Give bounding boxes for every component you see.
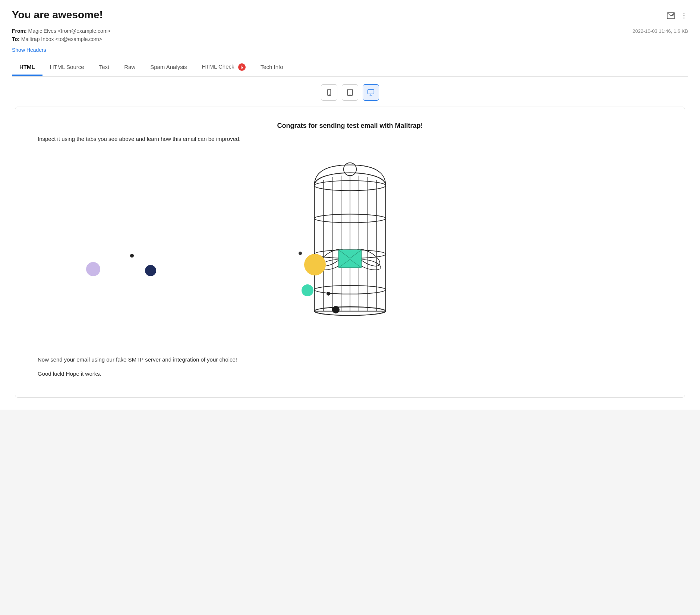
email-title: You are awesome! [12, 9, 103, 21]
forward-icon[interactable] [666, 11, 675, 20]
to-label: To: [12, 36, 20, 42]
tab-html[interactable]: HTML [12, 59, 42, 76]
desktop-view-button[interactable] [363, 84, 379, 101]
preview-separator [45, 345, 655, 345]
preview-footer-line2: Good luck! Hope it works. [38, 368, 662, 379]
tablet-view-button[interactable] [342, 84, 358, 101]
from-value: Magic Elves <from@example.com> [28, 28, 111, 34]
preview-footer: Now send your email using our fake SMTP … [38, 354, 662, 379]
to-value: Mailtrap Inbox <to@example.com> [21, 36, 102, 42]
tab-html-check[interactable]: HTML Check 6 [195, 59, 253, 76]
email-title-section: You are awesome! [12, 9, 103, 21]
show-headers-link[interactable]: Show Headers [12, 47, 46, 53]
html-check-badge: 6 [238, 63, 246, 71]
svg-point-3 [684, 13, 685, 14]
preview-congrats-title: Congrats for sending test email with Mai… [38, 122, 662, 130]
more-options-icon[interactable] [680, 12, 688, 20]
tabs-bar: HTML HTML Source Text Raw Spam Analysis … [12, 59, 688, 77]
tab-text[interactable]: Text [92, 59, 117, 76]
dot-small-black-2 [299, 252, 302, 255]
dot-small-black-1 [130, 254, 134, 258]
tab-raw[interactable]: Raw [117, 59, 143, 76]
dot-navy [145, 265, 156, 276]
tab-html-source[interactable]: HTML Source [42, 59, 92, 76]
dot-small-black-3 [327, 292, 330, 296]
dot-large-black [332, 306, 340, 313]
email-date: 2022-10-03 11:46, 1.6 KB [633, 28, 688, 34]
email-preview-frame: Congrats for sending test email with Mai… [15, 107, 685, 398]
preview-inspect-text: Inspect it using the tabs you see above … [38, 136, 662, 142]
svg-point-5 [684, 18, 685, 19]
cage-svg [290, 161, 410, 325]
preview-footer-line1: Now send your email using our fake SMTP … [38, 354, 662, 365]
mobile-view-button[interactable] [321, 84, 337, 101]
from-row: From: Magic Elves <from@example.com> [12, 27, 111, 35]
view-switcher [12, 77, 688, 107]
svg-point-4 [684, 15, 685, 16]
dot-lavender [86, 262, 100, 276]
tab-tech-info[interactable]: Tech Info [253, 59, 291, 76]
email-meta-left: From: Magic Elves <from@example.com> To:… [12, 27, 111, 44]
to-row: To: Mailtrap Inbox <to@example.com> [12, 35, 111, 43]
from-label: From: [12, 28, 27, 34]
dot-teal [302, 284, 313, 296]
tab-spam-analysis[interactable]: Spam Analysis [143, 59, 194, 76]
header-actions [666, 11, 688, 20]
email-meta: From: Magic Elves <from@example.com> To:… [12, 27, 688, 44]
cage-illustration [38, 154, 662, 333]
dot-yellow [304, 254, 326, 275]
svg-rect-10 [368, 89, 374, 94]
